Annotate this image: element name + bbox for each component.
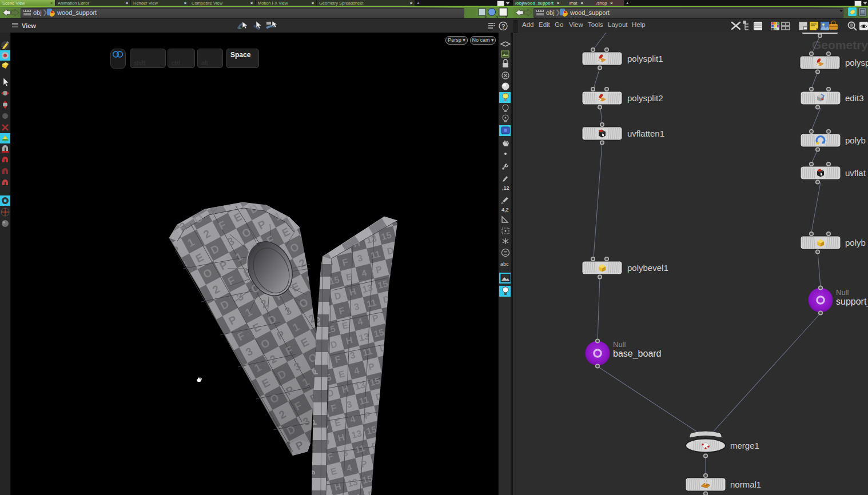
- svg-text:2: 2: [238, 449, 249, 462]
- svg-text:F: F: [390, 260, 398, 271]
- svg-text:polybevel1: polybevel1: [627, 263, 668, 273]
- svg-text:F: F: [169, 204, 180, 218]
- svg-text:3: 3: [205, 386, 216, 400]
- svg-text:D: D: [170, 283, 183, 297]
- svg-text:support_: support_: [836, 297, 868, 307]
- svg-text:merge1: merge1: [730, 441, 759, 450]
- svg-text:3: 3: [312, 209, 322, 222]
- svg-text:15: 15: [313, 266, 323, 276]
- svg-text:E: E: [269, 432, 281, 445]
- svg-text:P: P: [330, 211, 339, 222]
- svg-text:O: O: [229, 432, 242, 446]
- svg-text:F: F: [379, 406, 387, 417]
- svg-text:abc: abc: [500, 261, 509, 267]
- svg-text:base_board: base_board: [613, 349, 662, 359]
- svg-text:1: 1: [213, 401, 225, 415]
- svg-text:Null: Null: [836, 288, 849, 297]
- svg-text:D: D: [237, 408, 249, 422]
- svg-text:3: 3: [394, 402, 401, 413]
- svg-text:edit3: edit3: [845, 93, 864, 103]
- svg-text:4: 4: [394, 466, 401, 477]
- svg-text:2: 2: [288, 202, 298, 215]
- svg-text:F: F: [302, 454, 313, 468]
- svg-text:H: H: [386, 436, 395, 447]
- svg-text:2: 2: [229, 393, 240, 407]
- svg-text:D: D: [180, 338, 192, 353]
- svg-text:1: 1: [204, 346, 216, 360]
- svg-text:E: E: [386, 373, 395, 384]
- svg-text:Null: Null: [613, 340, 626, 349]
- svg-text:P: P: [188, 354, 200, 368]
- svg-text:F: F: [304, 193, 315, 206]
- svg-text:2: 2: [172, 324, 182, 337]
- svg-text:P: P: [245, 424, 257, 438]
- svg-text:13: 13: [317, 230, 329, 242]
- svg-text:H: H: [382, 485, 391, 495]
- svg-text:O: O: [162, 307, 176, 321]
- svg-text:E: E: [221, 417, 233, 430]
- svg-text:F: F: [254, 440, 265, 453]
- svg-text:D: D: [312, 293, 322, 300]
- svg-text:polysplit2: polysplit2: [627, 93, 663, 103]
- svg-text:Geometry: Geometry: [812, 38, 868, 51]
- svg-text:P: P: [304, 232, 316, 246]
- svg-text:?: ?: [501, 23, 505, 30]
- svg-text:normal1: normal1: [730, 480, 761, 489]
- svg-text:E: E: [389, 324, 398, 335]
- svg-text:F: F: [188, 314, 199, 328]
- svg-text:E: E: [212, 361, 224, 375]
- svg-text:H: H: [389, 388, 398, 398]
- svg-text:O: O: [277, 447, 290, 461]
- svg-text:2: 2: [162, 268, 173, 282]
- svg-text:D: D: [367, 489, 376, 495]
- svg-text:E: E: [184, 195, 196, 209]
- svg-text:polyb: polyb: [845, 135, 866, 145]
- svg-text:9: 9: [307, 470, 317, 475]
- svg-text:E: E: [382, 421, 391, 432]
- svg-text:polysp: polysp: [845, 58, 868, 67]
- svg-text:F: F: [387, 309, 395, 320]
- svg-text:E: E: [348, 223, 357, 234]
- svg-text:E: E: [378, 470, 387, 481]
- svg-text:,12: ,12: [502, 185, 509, 191]
- svg-text:3: 3: [196, 331, 206, 345]
- svg-text:15: 15: [332, 226, 344, 238]
- svg-text:polyb: polyb: [845, 238, 866, 248]
- svg-text:H: H: [393, 339, 402, 350]
- svg-text:3: 3: [390, 451, 397, 462]
- svg-text:4,2: 4,2: [501, 207, 509, 213]
- svg-text:polysplit1: polysplit1: [627, 54, 663, 63]
- svg-text:F: F: [375, 455, 383, 466]
- svg-text:E: E: [393, 275, 402, 286]
- svg-text:O: O: [220, 377, 233, 392]
- svg-text:uvflat: uvflat: [845, 168, 866, 178]
- svg-text:P: P: [178, 299, 190, 313]
- svg-text:uvflatten1: uvflatten1: [627, 129, 664, 138]
- svg-text:F: F: [383, 358, 391, 369]
